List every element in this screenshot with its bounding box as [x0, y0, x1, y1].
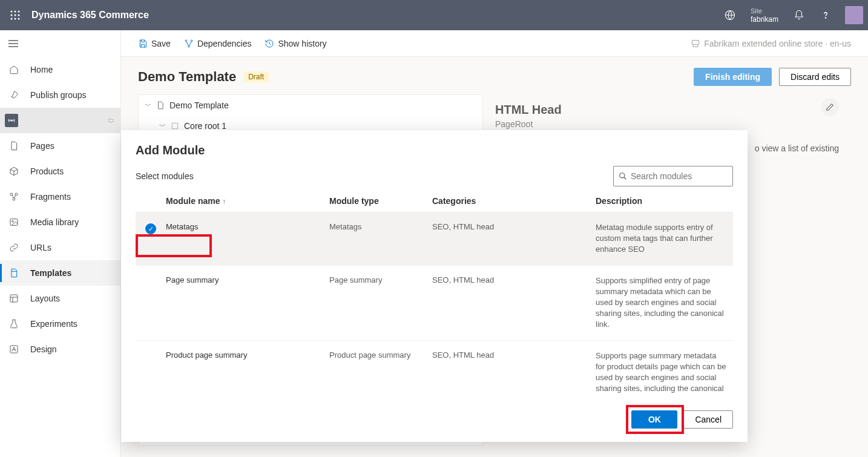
- nav-label: URLs: [30, 243, 51, 252]
- ok-button[interactable]: OK: [631, 410, 677, 429]
- nav-publish-groups[interactable]: Publish groups: [0, 82, 120, 108]
- site-label: Site: [751, 7, 778, 15]
- site-name: fabrikam: [751, 15, 778, 24]
- nav-design[interactable]: Design: [0, 337, 120, 362]
- flask-icon: [8, 319, 19, 329]
- save-icon: [138, 39, 148, 48]
- left-nav: Home Publish groups ︿﹀ Pages Products Fr…: [0, 30, 121, 457]
- table-row[interactable]: Product page summary Product page summar…: [136, 341, 733, 403]
- chevron-down-icon: ﹀: [145, 101, 151, 110]
- search-input-wrapper[interactable]: [613, 166, 733, 186]
- nav-label: Publish groups: [30, 90, 87, 100]
- search-input[interactable]: [631, 171, 737, 181]
- edit-icon[interactable]: [821, 98, 839, 116]
- nav-experiments[interactable]: Experiments: [0, 311, 120, 337]
- svg-point-8: [18, 18, 20, 20]
- nav-templates[interactable]: Templates: [0, 260, 120, 286]
- chevron-down-icon: ﹀: [159, 122, 166, 131]
- template-icon: [8, 268, 19, 278]
- save-label: Save: [151, 39, 171, 48]
- svg-point-14: [11, 120, 12, 121]
- svg-point-10: [825, 18, 826, 18]
- rocket-icon: [8, 90, 19, 100]
- dependencies-label: Dependencies: [197, 39, 252, 48]
- product-title: Dynamics 365 Commerce: [31, 10, 149, 21]
- layout-icon: [8, 294, 19, 303]
- nav-label: Experiments: [30, 319, 77, 329]
- page-title: Demo Template: [138, 69, 236, 85]
- nav-fragments[interactable]: Fragments: [0, 184, 120, 209]
- svg-point-28: [620, 173, 625, 178]
- globe-icon[interactable]: [718, 3, 742, 27]
- link-icon: [8, 243, 19, 252]
- site-picker[interactable]: Site fabrikam: [751, 7, 778, 24]
- cancel-button[interactable]: Cancel: [683, 410, 733, 429]
- file-icon: [156, 101, 165, 110]
- finish-editing-button[interactable]: Finish editing: [694, 68, 772, 86]
- svg-line-29: [624, 177, 626, 180]
- history-button[interactable]: Show history: [265, 39, 326, 48]
- history-label: Show history: [278, 39, 326, 48]
- nav-active-section[interactable]: ︿﹀: [0, 108, 120, 133]
- svg-point-2: [18, 11, 20, 13]
- add-module-dialog: Add Module Select modules Module name↑ M…: [121, 130, 748, 442]
- svg-rect-27: [172, 123, 177, 128]
- save-button[interactable]: Save: [138, 39, 171, 48]
- hamburger-icon[interactable]: [0, 30, 120, 57]
- module-icon: [171, 122, 179, 130]
- table-row[interactable]: ✓ Metatags Metatags SEO, HTML head Metat…: [136, 212, 733, 266]
- outline-root[interactable]: ﹀ Demo Template: [139, 95, 482, 116]
- dialog-subtitle: Select modules: [136, 171, 194, 181]
- search-icon: [619, 172, 627, 180]
- nav-pages[interactable]: Pages: [0, 133, 120, 159]
- panel-title: HTML Head: [495, 103, 839, 117]
- nav-layouts[interactable]: Layouts: [0, 286, 120, 311]
- svg-point-25: [191, 40, 192, 42]
- nav-label: Fragments: [30, 192, 71, 202]
- nav-label: Media library: [30, 217, 79, 227]
- nav-label: Templates: [30, 268, 71, 278]
- nav-media-library[interactable]: Media library: [0, 209, 120, 235]
- toolbar: Save Dependencies Show history Fabrikam …: [121, 30, 868, 57]
- column-categories[interactable]: Categories: [432, 196, 596, 206]
- discard-edits-button[interactable]: Discard edits: [779, 68, 851, 86]
- page-header: Demo Template Draft Finish editing Disca…: [121, 57, 868, 94]
- app-launcher-icon[interactable]: [5, 5, 25, 25]
- nav-urls[interactable]: URLs: [0, 235, 120, 260]
- svg-point-5: [18, 15, 20, 16]
- column-name[interactable]: Module name↑: [166, 196, 329, 206]
- column-type[interactable]: Module type: [329, 196, 432, 206]
- svg-point-3: [11, 15, 13, 16]
- table-header: Module name↑ Module type Categories Desc…: [136, 196, 733, 212]
- nav-home[interactable]: Home: [0, 57, 120, 82]
- svg-point-6: [11, 18, 13, 20]
- svg-point-0: [11, 11, 13, 13]
- svg-point-24: [185, 40, 187, 42]
- dialog-title: Add Module: [136, 143, 733, 157]
- fragments-icon: [8, 192, 19, 202]
- nav-label: Products: [30, 166, 64, 176]
- svg-point-26: [188, 45, 190, 47]
- page-icon: [8, 141, 19, 151]
- home-icon: [8, 65, 19, 74]
- svg-point-7: [15, 18, 16, 20]
- svg-point-4: [15, 15, 16, 16]
- table-row[interactable]: Page summary Page summary SEO, HTML head…: [136, 266, 733, 341]
- history-icon: [265, 39, 274, 48]
- svg-point-17: [13, 198, 15, 200]
- sort-asc-icon: ↑: [222, 197, 226, 205]
- design-icon: [8, 344, 19, 354]
- nav-products[interactable]: Products: [0, 159, 120, 184]
- bell-icon[interactable]: [787, 3, 811, 27]
- checked-icon: ✓: [145, 223, 156, 234]
- avatar[interactable]: [845, 6, 863, 24]
- column-description[interactable]: Description: [596, 196, 733, 206]
- dependencies-button[interactable]: Dependencies: [184, 39, 252, 48]
- dependencies-icon: [184, 39, 194, 48]
- help-icon[interactable]: [814, 3, 838, 27]
- svg-rect-20: [10, 295, 18, 302]
- context-label: Fabrikam extended online store · en-us: [691, 39, 851, 48]
- expand-icon: ︿﹀: [108, 116, 114, 125]
- svg-point-19: [12, 220, 14, 222]
- status-badge: Draft: [243, 71, 269, 82]
